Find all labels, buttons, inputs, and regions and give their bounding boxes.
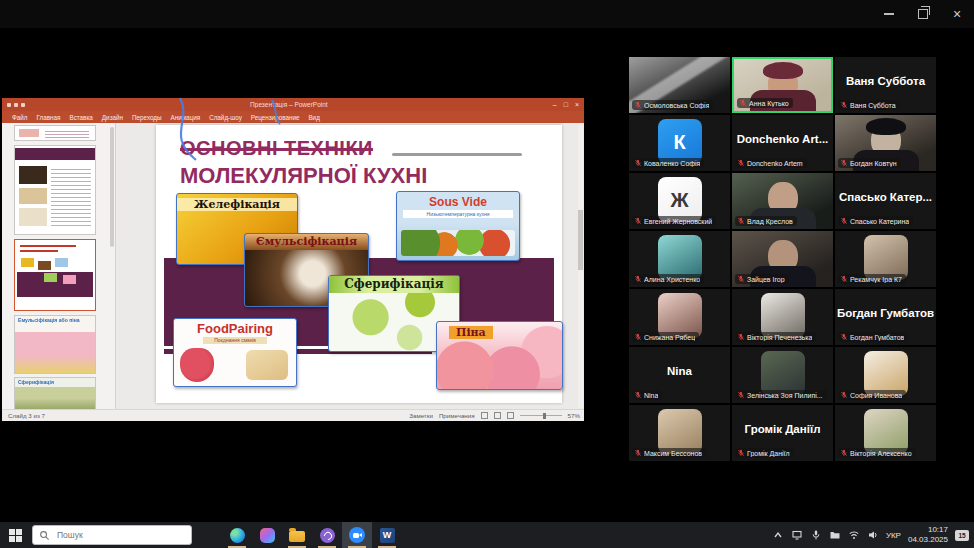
participant-tile[interactable]: Зелінська Зоя Пилипі... (732, 347, 833, 403)
participant-tile[interactable]: Спасько Катер...Спасько Катерина (835, 173, 936, 229)
muted-mic-icon (737, 159, 745, 167)
tray-date: 04.03.2025 (908, 535, 948, 545)
ribbon-tab[interactable]: Анимация (171, 114, 201, 121)
slide-thumbnail[interactable] (14, 239, 96, 311)
participant-tile[interactable]: Вікторія Печенезька (732, 289, 833, 345)
muted-mic-icon (634, 449, 642, 457)
thumbnail-title: Емульсіфікація або піна (18, 318, 80, 323)
minimize-icon (884, 13, 894, 15)
slide-thumbnail[interactable]: Сферифікація (14, 377, 96, 410)
wifi-icon[interactable] (848, 529, 860, 541)
participant-tile[interactable]: Рекамчук Іра К7 (835, 231, 936, 287)
slideshow-view-icon[interactable] (507, 412, 514, 419)
taskbar-search[interactable] (32, 525, 192, 545)
participant-tile[interactable]: Богдан ГумбатовБогдан Гумбатов (835, 289, 936, 345)
mic-icon[interactable] (810, 529, 822, 541)
slide-thumbnail[interactable] (14, 145, 96, 235)
edge-icon (230, 528, 245, 543)
participant-name: Богдан Ковтун (850, 160, 897, 167)
chevron-up-icon[interactable] (772, 529, 784, 541)
participant-name: Зелінська Зоя Пилипі... (747, 392, 823, 399)
participant-tile[interactable]: Громік ДаніїлГромік Даніїл (732, 405, 833, 461)
volume-icon[interactable] (867, 529, 879, 541)
search-input[interactable] (55, 529, 169, 541)
notification-center-button[interactable]: 15 (955, 530, 969, 541)
ribbon-tab[interactable]: Рецензирование (251, 114, 300, 121)
language-indicator[interactable]: УКР (886, 531, 901, 540)
participant-tile[interactable]: София Иванова (835, 347, 936, 403)
mic-glyph (810, 529, 822, 541)
windows-logo-icon (9, 529, 22, 542)
slide-thumbnail[interactable] (14, 125, 96, 141)
participant-name: Максим Бессонов (644, 450, 702, 457)
slide-thumbnail[interactable]: Емульсіфікація або піна (14, 315, 96, 374)
shared-screen-powerpoint[interactable]: Презентація – PowerPoint – □ × ФайлГлавн… (2, 98, 584, 421)
taskbar-app-viber[interactable] (312, 522, 342, 548)
participant-tile[interactable]: Ваня СубботаВаня Суббота (835, 57, 936, 113)
save-icon (7, 103, 11, 107)
ribbon-tab[interactable]: Файл (12, 114, 27, 121)
muted-mic-icon (634, 101, 642, 109)
comments-button[interactable]: Примечания (439, 412, 475, 419)
ribbon-tab[interactable]: Вид (308, 114, 319, 121)
participant-tile[interactable]: Снижана Рябец (629, 289, 730, 345)
volume-glyph (867, 529, 879, 541)
participant-tile[interactable]: Осмоловська Софія (629, 57, 730, 113)
taskbar-app-task-view[interactable] (192, 522, 222, 548)
participant-name-pill: Снижана Рябец (632, 332, 699, 342)
taskbar-app-file-explorer[interactable] (282, 522, 312, 548)
slide-scrollbar[interactable] (578, 125, 583, 408)
minimize-button[interactable] (872, 0, 906, 28)
participant-name-pill: Громік Даніїл (735, 448, 794, 458)
participant-tile[interactable]: Алина Христенко (629, 231, 730, 287)
ribbon-tab[interactable]: Дизайн (102, 114, 123, 121)
slide-card-sous: Sous VideНизькотемпературна кухня (396, 191, 520, 261)
ribbon-tab[interactable]: Главная (36, 114, 60, 121)
viber-icon (320, 528, 335, 543)
participant-tile[interactable]: Максим Бессонов (629, 405, 730, 461)
thumbnail-scrollbar[interactable] (110, 127, 114, 247)
participant-name-pill: Алина Христенко (632, 274, 704, 284)
taskbar-app-zoom[interactable] (342, 522, 372, 548)
start-button[interactable] (0, 522, 30, 548)
participant-tile[interactable]: Влад Креслов (732, 173, 833, 229)
participant-tile[interactable]: Donchenko Art...Donchenko Artem (732, 115, 833, 171)
taskbar-clock[interactable]: 10:17 04.03.2025 (908, 525, 948, 544)
participant-tile[interactable]: NinaNina (629, 347, 730, 403)
ribbon-tab[interactable]: Переходы (132, 114, 162, 121)
folder-icon[interactable] (829, 529, 841, 541)
normal-view-icon[interactable] (481, 412, 488, 419)
card-label: Піна (449, 326, 493, 339)
powerpoint-window-controls[interactable]: – □ × (553, 101, 579, 108)
taskbar-app-copilot[interactable] (252, 522, 282, 548)
taskbar-app-word[interactable]: W (372, 522, 402, 548)
participant-name: Евгений Жерновский (644, 218, 712, 225)
zoom-percent[interactable]: 57% (568, 412, 580, 419)
participant-tile[interactable]: Вікторія Алексенко (835, 405, 936, 461)
participant-big-name: Спасько Катер... (837, 173, 934, 221)
participant-tile[interactable]: Зайцев Ігор (732, 231, 833, 287)
undo-icon (14, 103, 18, 107)
muted-mic-icon (634, 275, 642, 283)
notes-button[interactable]: Заметки (409, 412, 433, 419)
participant-tile[interactable]: ЖЕвгений Жерновский (629, 173, 730, 229)
pp-minimize-icon: – (553, 101, 557, 108)
ribbon-tab[interactable]: Слайд-шоу (209, 114, 242, 121)
participant-name: Спасько Катерина (850, 218, 909, 225)
ribbon-tab[interactable]: Вставка (69, 114, 92, 121)
participant-big-name: Donchenko Art... (734, 115, 831, 163)
chevron-up-glyph (772, 529, 784, 541)
participant-tile[interactable]: Анна Кутько (732, 57, 833, 113)
participant-name-pill: Вікторія Алексенко (838, 448, 916, 458)
monitor-icon[interactable] (791, 529, 803, 541)
restore-button[interactable] (906, 0, 940, 28)
participant-tile[interactable]: ККоваленко Софія (629, 115, 730, 171)
taskbar-app-edge[interactable] (222, 522, 252, 548)
close-button[interactable]: × (940, 0, 974, 28)
participant-tile[interactable]: Богдан Ковтун (835, 115, 936, 171)
zoom-slider[interactable] (520, 415, 562, 417)
muted-mic-icon (840, 159, 848, 167)
sorter-view-icon[interactable] (494, 412, 501, 419)
taskbar-apps: W (192, 522, 402, 548)
quick-access-toolbar[interactable] (7, 103, 25, 107)
